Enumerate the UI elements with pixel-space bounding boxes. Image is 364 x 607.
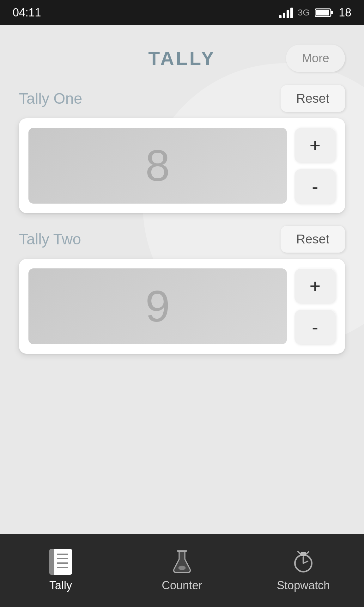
signal-icon bbox=[279, 7, 293, 18]
svg-rect-2 bbox=[316, 10, 329, 15]
tally-one-display: 8 bbox=[28, 128, 287, 204]
tally-one-value: 8 bbox=[145, 140, 170, 191]
svg-point-4 bbox=[179, 566, 186, 570]
app-title: TALLY bbox=[148, 47, 215, 69]
nav-label-stopwatch: Stopwatch bbox=[277, 579, 330, 592]
tally-one-section: Tally One Reset 8 + - bbox=[19, 85, 345, 213]
tally-one-card: 8 + - bbox=[19, 118, 345, 213]
battery-icon bbox=[315, 8, 334, 18]
tally-one-label: Tally One bbox=[19, 90, 82, 107]
flask-icon bbox=[171, 549, 193, 574]
svg-line-9 bbox=[298, 552, 300, 554]
stopwatch-svg bbox=[291, 550, 315, 574]
svg-line-10 bbox=[307, 552, 309, 554]
tally-two-decrement-button[interactable]: - bbox=[294, 310, 336, 344]
tally-icon bbox=[49, 549, 72, 575]
tally-two-section: Tally Two Reset 9 + - bbox=[19, 226, 345, 354]
svg-rect-1 bbox=[331, 11, 333, 14]
tally-two-header: Tally Two Reset bbox=[19, 226, 345, 253]
tally-two-display: 9 bbox=[28, 268, 287, 344]
tally-one-header: Tally One Reset bbox=[19, 85, 345, 112]
network-label: 3G bbox=[298, 8, 310, 18]
tally-one-increment-button[interactable]: + bbox=[294, 128, 336, 162]
nav-item-stopwatch[interactable]: Stopwatch bbox=[243, 534, 364, 607]
tally-one-buttons: + - bbox=[294, 128, 336, 204]
battery-level: 18 bbox=[339, 6, 351, 19]
counter-icon bbox=[169, 549, 195, 574]
header: TALLY More bbox=[19, 47, 345, 69]
tally-two-card: 9 + - bbox=[19, 259, 345, 354]
nav-item-counter[interactable]: Counter bbox=[121, 534, 243, 607]
tally-one-decrement-button[interactable]: - bbox=[294, 169, 336, 204]
main-content: TALLY More Tally One Reset 8 + - Tally T… bbox=[0, 25, 364, 534]
nav-label-tally: Tally bbox=[49, 579, 72, 592]
nav-label-counter: Counter bbox=[162, 579, 202, 592]
status-bar: 04:11 3G 18 bbox=[0, 0, 364, 25]
tally-one-reset-button[interactable]: Reset bbox=[281, 85, 345, 112]
tally-nav-icon-wrapper bbox=[48, 549, 73, 574]
bottom-nav: Tally Counter Stopwatch bbox=[0, 534, 364, 607]
stopwatch-icon bbox=[291, 549, 316, 574]
tally-two-increment-button[interactable]: + bbox=[294, 268, 336, 303]
more-button[interactable]: More bbox=[286, 45, 345, 72]
tally-two-reset-button[interactable]: Reset bbox=[281, 226, 345, 253]
tally-two-label: Tally Two bbox=[19, 230, 81, 248]
svg-rect-8 bbox=[301, 553, 306, 555]
tally-two-buttons: + - bbox=[294, 268, 336, 344]
status-right: 3G 18 bbox=[279, 6, 351, 19]
nav-item-tally[interactable]: Tally bbox=[0, 534, 121, 607]
status-time: 04:11 bbox=[13, 6, 41, 19]
tally-two-value: 9 bbox=[145, 281, 170, 332]
